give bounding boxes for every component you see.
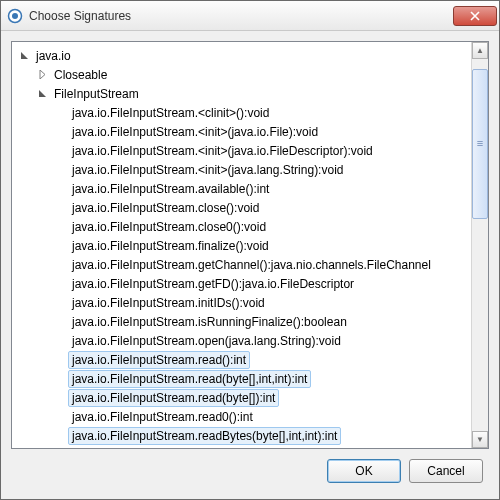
tree-item-label: java.io.FileInputStream.finalize():void [68, 237, 273, 255]
tree-item-label: java.io.FileInputStream.available():int [68, 180, 273, 198]
vertical-scrollbar[interactable]: ▲ ▼ [471, 42, 488, 448]
scroll-down-button[interactable]: ▼ [472, 431, 488, 448]
tree-leaf[interactable]: java.io.FileInputStream.<init>(java.io.F… [14, 141, 469, 160]
dialog-window: Choose Signatures java.ioCloseableFileIn… [0, 0, 500, 500]
tree-item-label: java.io.FileInputStream.readBytes(byte[]… [68, 427, 341, 445]
tree-item-label: java.io.FileInputStream.<clinit>():void [68, 104, 273, 122]
tree-item-label: java.io.FileInputStream.getChannel():jav… [68, 256, 435, 274]
tree-item-label: java.io.FileInputStream.<init>(java.io.F… [68, 142, 377, 160]
tree-leaf[interactable]: java.io.FileInputStream.isRunningFinaliz… [14, 312, 469, 331]
scroll-up-button[interactable]: ▲ [472, 42, 488, 59]
collapse-icon[interactable] [36, 88, 48, 100]
close-button[interactable] [453, 6, 497, 26]
expand-icon[interactable] [36, 69, 48, 81]
tree-leaf[interactable]: java.io.FileInputStream.read(byte[],int,… [14, 369, 469, 388]
tree-item-label: java.io.FileInputStream.open(java.lang.S… [68, 332, 345, 350]
tree-leaf[interactable]: java.io.FileInputStream.getFD():java.io.… [14, 274, 469, 293]
tree-item-label: java.io [32, 47, 75, 65]
tree-item-label: java.io.FileInputStream.read():int [68, 351, 250, 369]
tree-frame: java.ioCloseableFileInputStreamjava.io.F… [11, 41, 489, 449]
tree-leaf[interactable]: java.io.FileInputStream.<init>(java.io.F… [14, 122, 469, 141]
tree-item-label: FileInputStream [50, 85, 143, 103]
tree-leaf[interactable]: java.io.FileInputStream.open(java.lang.S… [14, 331, 469, 350]
tree-item-label: java.io.FileInputStream.getFD():java.io.… [68, 275, 358, 293]
tree-node[interactable]: FileInputStream [14, 84, 469, 103]
scroll-track[interactable] [472, 59, 488, 431]
tree-item-label: java.io.FileInputStream.close():void [68, 199, 263, 217]
tree-leaf[interactable]: java.io.FileInputStream.read():int [14, 350, 469, 369]
tree-item-label: java.io.FileInputStream.initIDs():void [68, 294, 269, 312]
tree-item-label: java.io.FileInputStream.<init>(java.io.F… [68, 123, 322, 141]
app-icon [7, 8, 23, 24]
tree-leaf[interactable]: java.io.FileInputStream.<init>(java.lang… [14, 160, 469, 179]
tree-node[interactable]: Closeable [14, 65, 469, 84]
tree-leaf[interactable]: java.io.FileInputStream.getChannel():jav… [14, 255, 469, 274]
dialog-button-row: OK Cancel [11, 449, 489, 489]
tree-leaf[interactable]: java.io.FileInputStream.skip(long):long [14, 445, 469, 448]
tree-item-label: java.io.FileInputStream.read(byte[]):int [68, 389, 279, 407]
svg-point-1 [12, 13, 18, 19]
collapse-icon[interactable] [18, 50, 30, 62]
tree-leaf[interactable]: java.io.FileInputStream.initIDs():void [14, 293, 469, 312]
tree-leaf[interactable]: java.io.FileInputStream.read0():int [14, 407, 469, 426]
tree-item-label: java.io.FileInputStream.read0():int [68, 408, 257, 426]
tree-leaf[interactable]: java.io.FileInputStream.close0():void [14, 217, 469, 236]
signature-tree[interactable]: java.ioCloseableFileInputStreamjava.io.F… [12, 42, 471, 448]
dialog-content: java.ioCloseableFileInputStreamjava.io.F… [1, 31, 499, 499]
tree-leaf[interactable]: java.io.FileInputStream.close():void [14, 198, 469, 217]
tree-item-label: java.io.FileInputStream.close0():void [68, 218, 270, 236]
tree-node[interactable]: java.io [14, 46, 469, 65]
tree-leaf[interactable]: java.io.FileInputStream.<clinit>():void [14, 103, 469, 122]
tree-item-label: java.io.FileInputStream.skip(long):long [68, 446, 280, 449]
tree-item-label: java.io.FileInputStream.read(byte[],int,… [68, 370, 311, 388]
tree-item-label: java.io.FileInputStream.<init>(java.lang… [68, 161, 347, 179]
ok-button[interactable]: OK [327, 459, 401, 483]
tree-item-label: java.io.FileInputStream.isRunningFinaliz… [68, 313, 351, 331]
titlebar: Choose Signatures [1, 1, 499, 31]
tree-leaf[interactable]: java.io.FileInputStream.readBytes(byte[]… [14, 426, 469, 445]
cancel-button[interactable]: Cancel [409, 459, 483, 483]
scroll-thumb[interactable] [472, 69, 488, 219]
tree-item-label: Closeable [50, 66, 111, 84]
tree-leaf[interactable]: java.io.FileInputStream.read(byte[]):int [14, 388, 469, 407]
tree-leaf[interactable]: java.io.FileInputStream.finalize():void [14, 236, 469, 255]
window-title: Choose Signatures [29, 9, 453, 23]
tree-leaf[interactable]: java.io.FileInputStream.available():int [14, 179, 469, 198]
